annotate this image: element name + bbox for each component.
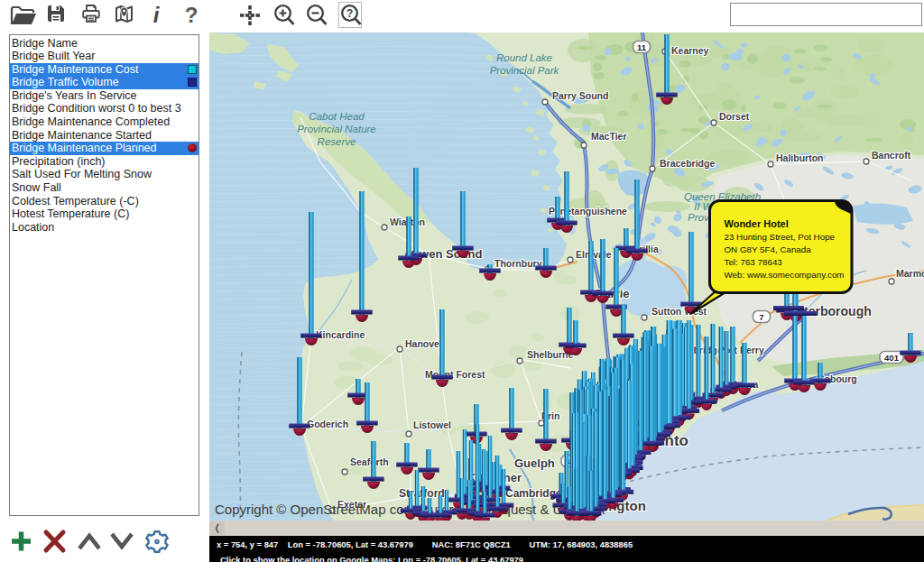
svg-text:Hanover: Hanover xyxy=(405,338,443,349)
svg-text:Bancroft: Bancroft xyxy=(872,150,911,161)
svg-text:Provincial Park: Provincial Park xyxy=(490,65,560,76)
svg-text:11: 11 xyxy=(637,42,647,52)
svg-text:Haliburton: Haliburton xyxy=(776,152,824,163)
svg-text:Penetanguishene: Penetanguishene xyxy=(549,206,627,217)
svg-text:Seaforth: Seaforth xyxy=(350,456,389,467)
svg-text:Goderich: Goderich xyxy=(307,419,348,429)
svg-text:Listowel: Listowel xyxy=(413,419,451,430)
svg-text:MacTier: MacTier xyxy=(591,131,627,142)
svg-text:Wonder Hotel: Wonder Hotel xyxy=(725,218,789,229)
svg-text:?: ? xyxy=(346,7,354,20)
svg-text:Kincardine: Kincardine xyxy=(316,329,365,340)
svg-text:Provincial Nature: Provincial Nature xyxy=(297,124,376,134)
svg-text:7: 7 xyxy=(759,312,763,322)
svg-text:Thornbury: Thornbury xyxy=(494,258,542,269)
svg-text:Round Lake: Round Lake xyxy=(496,52,552,63)
svg-text:Cabot Head: Cabot Head xyxy=(309,111,365,122)
svg-text:Parry Sound: Parry Sound xyxy=(552,90,608,101)
svg-text:i: i xyxy=(153,5,161,26)
svg-text:Guelph: Guelph xyxy=(514,456,555,470)
svg-text:Reserve: Reserve xyxy=(318,136,356,147)
svg-text:?: ? xyxy=(185,5,199,26)
svg-text:Elmvale: Elmvale xyxy=(576,249,612,260)
svg-text:Tel: 763 78643: Tel: 763 78643 xyxy=(725,257,783,267)
svg-text:Dorset: Dorset xyxy=(719,111,750,122)
svg-text:Bracebridge: Bracebridge xyxy=(660,158,715,169)
svg-text:23 Hunting Street, Pot Hope: 23 Hunting Street, Pot Hope xyxy=(725,232,836,242)
svg-text:Web: www.somecompany.com: Web: www.somecompany.com xyxy=(725,270,845,280)
svg-text:ON G8Y 5F4, Canada: ON G8Y 5F4, Canada xyxy=(725,244,812,254)
svg-text:Marmor: Marmor xyxy=(896,268,924,279)
svg-text:Kearney: Kearney xyxy=(671,45,709,56)
svg-text:401: 401 xyxy=(884,353,900,363)
